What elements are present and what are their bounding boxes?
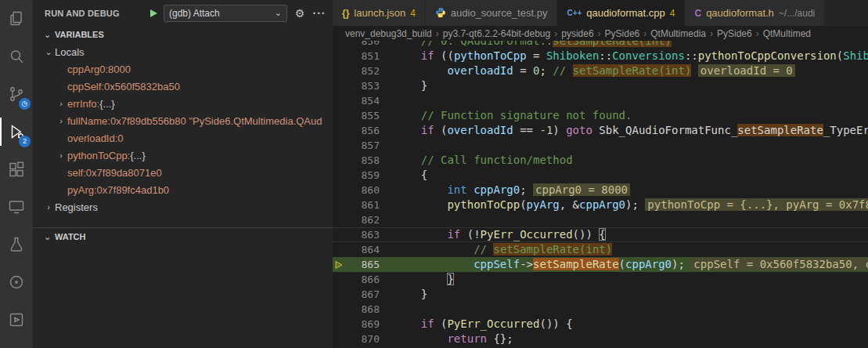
code-line[interactable]: 850 // 0: QAudioFormat::setSampleRate(in… [333,41,868,49]
line-number[interactable]: 861 [345,198,380,212]
breakpoint-gutter[interactable] [333,78,345,93]
breadcrumb-item[interactable]: QtMultimedia [650,28,706,39]
code-line[interactable]: 853 } [333,78,868,93]
code-line[interactable]: 852 overloadId = 0; // setSampleRate(int… [333,63,868,78]
breadcrumb-item[interactable]: py3.7-qt6.2.2-64bit-debug [443,28,550,39]
watch-section-header[interactable]: ⌄ WATCH [33,228,333,245]
debug-config-select[interactable]: (gdb) Attach ⌄ [164,5,287,22]
line-number[interactable]: 856 [345,123,380,138]
variable-row-pythonToCpp[interactable]: ›pythonToCpp: {...} [33,147,333,164]
variable-row-self[interactable]: self: 0x7f89da8071e0 [33,164,333,181]
output-panel-icon[interactable] [0,301,33,339]
variables-scope-registers[interactable]: ›Registers [33,198,333,216]
line-number[interactable]: 855 [345,108,380,123]
breadcrumb-item[interactable]: QtMultimed [763,28,811,39]
tab-qaudioformat.cpp[interactable]: C++qaudioformat.cpp4 [557,0,685,26]
line-number[interactable]: 858 [345,153,380,168]
breakpoint-gutter[interactable] [333,242,345,257]
code-line[interactable]: 859 { [333,168,868,183]
variable-row-errInfo[interactable]: ›errInfo: {...} [33,95,333,112]
variable-row-overloadId[interactable]: overloadId: 0 [33,129,333,147]
gear-icon[interactable]: ⚙ [293,7,307,20]
code-line[interactable]: 855 // Function signature not found. [333,108,868,123]
line-number[interactable]: 850 [345,41,380,49]
code-line[interactable]: 867 } [333,287,868,302]
code-line[interactable]: 863 if (!PyErr_Occurred()) { [333,227,868,242]
code-line[interactable]: 854 [333,93,868,108]
start-debugging-button[interactable] [149,9,158,18]
breakpoint-gutter[interactable] [333,332,345,346]
breakpoint-gutter[interactable] [333,257,345,272]
line-number[interactable]: 860 [345,183,380,198]
breakpoint-gutter[interactable] [333,227,345,242]
tab-launch.json[interactable]: {}launch.json4 [333,0,426,26]
line-number[interactable]: 857 [345,138,380,153]
search-icon[interactable] [0,38,33,75]
code-line[interactable]: 857 [333,138,868,153]
code-line[interactable]: 858 // Call function/method [333,153,868,168]
line-number[interactable]: 851 [345,49,380,63]
variable-row-cppArg0[interactable]: cppArg0: 8000 [33,60,333,78]
explorer-icon[interactable] [0,0,33,38]
breakpoint-gutter[interactable] [333,287,345,302]
breakpoint-gutter[interactable] [333,183,345,198]
line-number[interactable]: 866 [345,272,380,287]
line-number[interactable]: 863 [345,227,380,242]
breadcrumb-item[interactable]: PySide6 [717,28,752,39]
breakpoint-gutter[interactable] [333,93,345,108]
code-line[interactable]: 870 return {}; [333,332,868,346]
breakpoint-gutter[interactable] [333,272,345,287]
breakpoint-gutter[interactable] [333,138,345,153]
breakpoint-gutter[interactable] [333,212,345,227]
tab-audio_source_test.py[interactable]: audio_source_test.py [426,0,558,26]
code-line[interactable]: 865 cppSelf->setSampleRate(cppArg0); cpp… [333,257,868,272]
breakpoint-gutter[interactable] [333,49,345,63]
line-number[interactable]: 854 [345,93,380,108]
code-line[interactable]: 864 // setSampleRate(int) [333,242,868,257]
breakpoint-gutter[interactable] [333,198,345,212]
line-number[interactable]: 865 [345,257,380,272]
breakpoint-gutter[interactable] [333,41,345,49]
breakpoint-gutter[interactable] [333,302,345,317]
breakpoint-gutter[interactable] [333,63,345,78]
more-actions-icon[interactable]: ··· [312,7,326,20]
line-number[interactable]: 853 [345,78,380,93]
line-number[interactable]: 870 [345,332,380,346]
testing-icon[interactable] [0,226,33,263]
breakpoint-gutter[interactable] [333,108,345,123]
line-number[interactable]: 862 [345,212,380,227]
breakpoint-gutter[interactable] [333,153,345,168]
variables-section-header[interactable]: ⌄ VARIABLES [33,26,333,43]
variable-row-fullName[interactable]: ›fullName: 0x7f89db556b80 "PySide6.QtMul… [33,112,333,129]
code-line[interactable]: 862 [333,212,868,227]
code-line[interactable]: 869 if (PyErr_Occurred()) { [333,317,868,332]
line-number[interactable]: 867 [345,287,380,302]
line-number[interactable]: 864 [345,242,380,257]
code-line[interactable]: 860 int cppArg0; cppArg0 = 8000 [333,183,868,198]
breadcrumb-item[interactable]: PySide6 [605,28,640,39]
remote-explorer-icon[interactable] [0,188,33,226]
line-number[interactable]: 859 [345,168,380,183]
breadcrumb-item[interactable]: venv_debug3d_build [345,28,432,39]
code-line[interactable]: 868 [333,302,868,317]
code-line[interactable]: 851 if ((pythonToCpp = Shiboken::Convers… [333,49,868,63]
code-line[interactable]: 856 if (overloadId == -1) goto Sbk_QAudi… [333,123,868,138]
line-number[interactable]: 868 [345,302,380,317]
variable-row-pyArg[interactable]: pyArg: 0x7f89fc4ad1b0 [33,181,333,198]
breadcrumb-item[interactable]: pyside6 [561,28,593,39]
extensions-icon[interactable] [0,150,33,188]
line-number[interactable]: 852 [345,63,380,78]
code-editor[interactable]: 850 // 0: QAudioFormat::setSampleRate(in… [333,41,868,348]
tab-qaudioformat.h[interactable]: Cqaudioformat.h~/.../audi [685,0,825,26]
breakpoint-gutter[interactable] [333,317,345,332]
run-debug-icon[interactable]: 2 [0,113,33,150]
variables-scope-locals[interactable]: ⌄Locals [33,43,333,60]
code-line[interactable]: 861 pythonToCpp(pyArg, &cppArg0); python… [333,198,868,212]
variable-row-cppSelf[interactable]: cppSelf: 0x560f5832ba50 [33,78,333,95]
code-line[interactable]: 866 } [333,272,868,287]
line-number[interactable]: 869 [345,317,380,332]
breakpoint-gutter[interactable] [333,168,345,183]
run-circle-icon[interactable] [0,263,33,301]
breakpoint-gutter[interactable] [333,123,345,138]
source-control-icon[interactable]: ◷ [0,75,33,113]
